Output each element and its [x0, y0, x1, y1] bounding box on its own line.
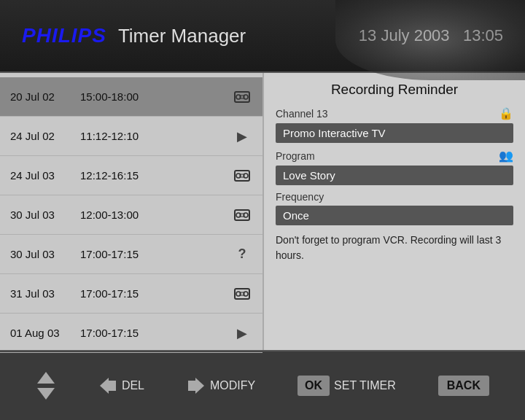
timer-date: 24 Jul 03 [10, 169, 80, 182]
list-item[interactable]: 30 Jul 03 17:00-17:15 ? [0, 235, 262, 274]
bg-clock-decoration [335, 0, 525, 80]
svg-marker-17 [37, 388, 55, 400]
program-label-row: Program 👥 [276, 149, 513, 163]
timer-time: 17:00-17:15 [80, 248, 232, 260]
timer-date: 30 Jul 03 [10, 248, 80, 260]
vcr-icon [232, 91, 252, 103]
timer-date: 30 Jul 03 [10, 209, 80, 221]
right-arrow-icon [187, 376, 206, 395]
frequency-field: Frequency Once [276, 191, 513, 225]
nav-updown-btn[interactable] [36, 370, 56, 401]
frequency-value: Once [276, 206, 513, 225]
svg-rect-19 [109, 381, 116, 391]
reminder-panel: Recording Reminder Channel 13 🔒 Promo In… [262, 73, 525, 350]
down-arrow-icon [36, 386, 56, 401]
vcr-icon [232, 170, 252, 182]
del-label: DEL [122, 379, 144, 392]
footer-toolbar: DEL MODIFY OK SET TIMER BACK [0, 350, 525, 420]
set-timer-btn[interactable]: OK SET TIMER [298, 376, 396, 396]
frequency-label: Frequency [276, 191, 324, 203]
svg-rect-12 [235, 289, 249, 299]
channel-value: Promo Interactive TV [276, 123, 513, 143]
vcr-icon [232, 288, 252, 300]
note-text: Don't forget to program VCR. Recording w… [276, 233, 513, 263]
people-icon: 👥 [499, 149, 513, 163]
set-timer-label: SET TIMER [334, 379, 396, 392]
svg-rect-8 [235, 210, 249, 220]
list-item[interactable]: 30 Jul 03 12:00-13:00 [0, 195, 262, 235]
svg-rect-21 [188, 381, 195, 391]
left-arrow-icon [98, 376, 117, 395]
program-field: Program 👥 Love Story [276, 149, 513, 185]
list-item[interactable]: 31 Jul 03 17:00-17:15 [0, 274, 262, 314]
timer-time: 12:12-16:15 [80, 169, 232, 182]
arrow-right-icon: ▶ [232, 325, 252, 341]
program-label: Program [276, 150, 315, 162]
philips-logo: PHILIPS [22, 24, 106, 47]
timer-date: 20 Jul 02 [10, 90, 80, 103]
main-content: 20 Jul 02 15:00-18:00 24 Jul 02 11:12-12… [0, 73, 525, 350]
ok-badge: OK [298, 376, 330, 396]
channel-label: Channel 13 [276, 108, 328, 120]
svg-marker-20 [195, 378, 204, 394]
arrow-right-icon: ▶ [232, 128, 252, 144]
timer-time: 15:00-18:00 [80, 90, 232, 103]
svg-marker-16 [37, 372, 55, 384]
header: PHILIPS Timer Manager 13 July 2003 13:05 [0, 0, 525, 73]
svg-marker-18 [100, 378, 109, 394]
timer-list: 20 Jul 02 15:00-18:00 24 Jul 02 11:12-12… [0, 73, 262, 350]
timer-time: 12:00-13:00 [80, 209, 232, 221]
question-icon: ? [232, 246, 252, 262]
modify-btn[interactable]: MODIFY [187, 376, 255, 395]
timer-date: 01 Aug 03 [10, 327, 80, 339]
reminder-title: Recording Reminder [276, 82, 513, 98]
timer-time: 11:12-12:10 [80, 130, 232, 142]
up-arrow-icon [36, 370, 56, 385]
back-btn[interactable]: BACK [438, 376, 489, 396]
channel-label-row: Channel 13 🔒 [276, 106, 513, 120]
timer-time: 17:00-17:15 [80, 287, 232, 300]
frequency-label-row: Frequency [276, 191, 513, 203]
program-value: Love Story [276, 166, 513, 185]
list-item[interactable]: 20 Jul 02 15:00-18:00 [0, 77, 262, 117]
app-title: Timer Manager [118, 25, 246, 47]
list-item[interactable]: 24 Jul 03 12:12-16:15 [0, 156, 262, 195]
del-btn[interactable]: DEL [98, 376, 144, 395]
svg-rect-0 [235, 92, 249, 102]
list-item[interactable]: 24 Jul 02 11:12-12:10 ▶ [0, 117, 262, 156]
timer-date: 31 Jul 03 [10, 287, 80, 300]
channel-field: Channel 13 🔒 Promo Interactive TV [276, 106, 513, 143]
svg-rect-4 [235, 171, 249, 181]
list-item[interactable]: 01 Aug 03 17:00-17:15 ▶ [0, 314, 262, 353]
timer-date: 24 Jul 02 [10, 130, 80, 142]
lock-icon: 🔒 [499, 106, 513, 120]
vcr-icon [232, 209, 252, 221]
modify-label: MODIFY [210, 379, 255, 392]
back-label: BACK [438, 376, 489, 396]
timer-time: 17:00-17:15 [80, 327, 232, 339]
